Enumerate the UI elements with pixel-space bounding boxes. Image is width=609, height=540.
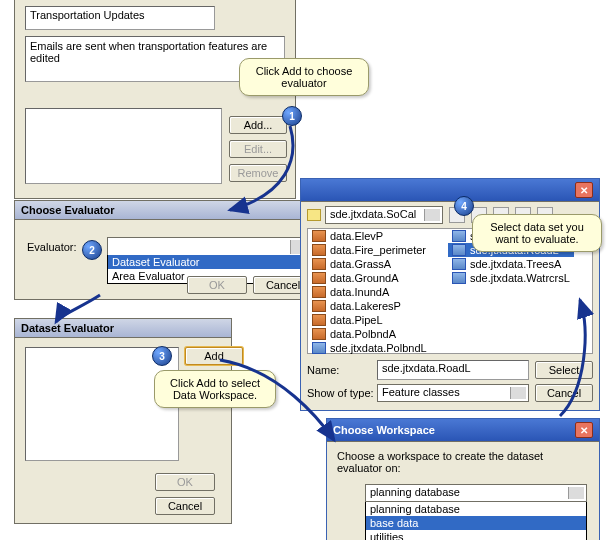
option-utilities[interactable]: utilities [366,530,586,540]
option-planning-database[interactable]: planning database [366,502,586,516]
path-dropdown[interactable]: sde.jtxdata.SoCal [325,206,443,224]
show-of-type-label: Show of type: [307,387,371,399]
add-button[interactable]: Add... [229,116,287,134]
workspace-icon [307,209,321,221]
evaluator-dropdown[interactable] [107,237,309,257]
list-item: sde.jtxdata.WatrcrsL [448,271,574,285]
edit-button: Edit... [229,140,287,158]
add-button[interactable]: Add [185,347,243,365]
cancel-button[interactable]: Cancel [535,384,593,402]
list-item: data.PolbndA [308,327,431,341]
step-1: 1 [282,106,302,126]
evaluators-list[interactable] [25,108,222,184]
select-button[interactable]: Select [535,361,593,379]
step-4: 4 [454,196,474,216]
step-2: 2 [82,240,102,260]
list-item: data.ElevP [308,229,431,243]
data-browser-dialog: ✕ sde.jtxdata.SoCal data.ElevP data.Fire… [300,178,600,411]
choose-evaluator-title: Choose Evaluator [15,201,321,220]
option-dataset-evaluator[interactable]: Dataset Evaluator [108,255,308,269]
list-item: sde.jtxdata.TreesA [448,257,574,271]
list-item: data.GroundA [308,271,431,285]
close-icon[interactable]: ✕ [575,422,593,438]
step-3: 3 [152,346,172,366]
cancel-button[interactable]: Cancel [155,497,215,515]
name-label: Name: [307,364,371,376]
show-of-type-dropdown[interactable]: Feature classes [377,384,529,402]
callout-1: Click Add to choose evaluator [239,58,369,96]
remove-button: Remove [229,164,287,182]
evaluator-label: Evaluator: [27,241,77,253]
list-item: data.Fire_perimeter [308,243,431,257]
list-item: sde.jtxdata.PolbndL [308,341,431,355]
updates-panel: Transportation Updates Emails are sent w… [14,0,296,199]
close-icon[interactable]: ✕ [575,182,593,198]
list-item: data.LakeresP [308,299,431,313]
choose-evaluator-dialog: Choose Evaluator Evaluator: Dataset Eval… [14,200,322,300]
list-item: data.InundA [308,285,431,299]
dataset-evaluator-title: Dataset Evaluator [15,319,231,338]
choose-workspace-dialog: Choose Workspace✕ Choose a workspace to … [326,418,600,540]
title-field[interactable]: Transportation Updates [25,6,215,30]
callout-3: Click Add to select Data Workspace. [154,370,276,408]
callout-4: Select data set you want to evaluate. [472,214,602,252]
list-item: data.PipeL [308,313,431,327]
option-base-data[interactable]: base data [366,516,586,530]
list-item: data.GrassA [308,257,431,271]
ok-button: OK [155,473,215,491]
workspace-dropdown[interactable]: planning database [365,484,587,502]
workspace-prompt: Choose a workspace to create the dataset… [337,450,589,474]
data-browser-titlebar: ✕ [301,179,599,202]
ok-button: OK [187,276,247,294]
workspace-options[interactable]: planning database base data utilities [365,502,587,540]
dataset-evaluator-dialog: Dataset Evaluator Add OK Cancel [14,318,232,524]
name-field[interactable]: sde.jtxdata.RoadL [377,360,529,380]
choose-workspace-titlebar: Choose Workspace✕ [327,419,599,442]
